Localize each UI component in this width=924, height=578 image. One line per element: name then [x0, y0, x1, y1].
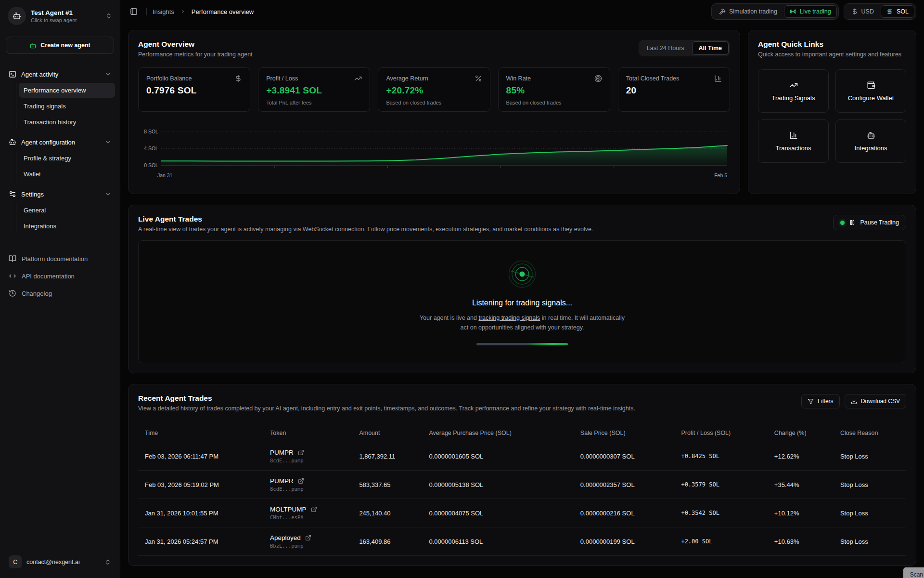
- cell-time: Jan 31, 2026 05:24:57 PM: [138, 527, 266, 556]
- listening-title: Listening for trading signals...: [472, 299, 572, 307]
- token-address: 8cdE...pump: [270, 486, 351, 492]
- sidebar-item-performance-overview[interactable]: Performance overview: [19, 83, 115, 98]
- listening-area: Listening for trading signals... Your ag…: [138, 240, 906, 363]
- token-address: BbzL...pump: [270, 543, 351, 549]
- pause-trading-button[interactable]: Pause Trading: [833, 215, 906, 230]
- cell-token: Apeployed BbzL...pump: [266, 527, 355, 556]
- book-icon: [9, 255, 16, 263]
- time-filter-all-time[interactable]: All Time: [692, 41, 729, 55]
- time-filter-last-24-hours[interactable]: Last 24 Hours: [640, 41, 691, 55]
- metric-cards: Portfolio Balance 0.7976 SOL Profit / Lo…: [138, 67, 730, 112]
- external-link-icon[interactable]: [298, 449, 304, 456]
- quick-link-transactions[interactable]: Transactions: [758, 119, 829, 163]
- hammer-icon: [719, 8, 726, 15]
- doc-link-platform-documentation[interactable]: Platform documentation: [5, 251, 115, 266]
- table-row[interactable]: Jan 31, 2026 10:01:55 PM MOLTPUMP CMbt..…: [138, 499, 906, 527]
- panel-left-icon: [130, 8, 138, 15]
- external-link-icon[interactable]: [298, 478, 304, 484]
- cell-sale-price: 0.0000000199 SOL: [577, 527, 678, 556]
- tracking-signals-link[interactable]: tracking trading signals: [478, 315, 540, 321]
- cell-change: +10.63%: [770, 527, 836, 556]
- dollar-icon: [851, 8, 858, 15]
- download-csv-button[interactable]: Download CSV: [845, 394, 906, 408]
- user-menu[interactable]: C contact@nexgent.ai: [5, 552, 115, 571]
- column-header-sale-price-sol: Sale Price (SOL): [577, 424, 678, 442]
- agent-switcher[interactable]: Test Agent #1 Click to swap agent: [5, 5, 115, 27]
- doc-link-changelog[interactable]: Changelog: [5, 286, 115, 301]
- token-address: 8cdE...pump: [270, 458, 351, 463]
- sidebar-item-integrations[interactable]: Integrations: [19, 219, 115, 234]
- doc-link-api-documentation[interactable]: API documentation: [5, 268, 115, 284]
- table-header-row: TimeTokenAmountAverage Purchase Price (S…: [138, 424, 906, 442]
- cell-pnl: +0.3579 SOL: [677, 471, 770, 499]
- toggle-option-usd[interactable]: USD: [846, 5, 880, 18]
- external-link-icon[interactable]: [311, 506, 317, 512]
- doc-links: Platform documentation API documentation…: [5, 251, 115, 301]
- toggle-option-sol[interactable]: SOL: [881, 5, 914, 18]
- sidebar-toggle-button[interactable]: [127, 5, 141, 18]
- metric-card-portfolio-balance: Portfolio Balance 0.7976 SOL: [138, 67, 250, 112]
- filters-button[interactable]: Filters: [801, 394, 840, 408]
- metric-card-profit-loss: Profit / Loss +3.8941 SOL Total PnL afte…: [258, 67, 370, 112]
- external-link-icon[interactable]: [305, 535, 311, 541]
- cell-avg-price: 0.0000006113 SOL: [425, 527, 576, 556]
- cell-close-reason: Stop Loss: [836, 471, 906, 499]
- chevrons-up-down-icon: [105, 13, 112, 19]
- portfolio-chart: 0 SOL4 SOL8 SOLJan 31Feb 5: [138, 121, 730, 184]
- cell-amount: 245,140.40: [355, 499, 425, 527]
- sidebar: Test Agent #1 Click to swap agent Create…: [0, 0, 120, 578]
- sidebar-item-profile-strategy[interactable]: Profile & strategy: [19, 151, 115, 166]
- sidebar-section-agent-activity[interactable]: Agent activity: [5, 66, 115, 82]
- trend-up-icon: [354, 75, 362, 82]
- quick-link-integrations[interactable]: Integrations: [835, 119, 906, 163]
- code-icon: [9, 272, 16, 280]
- metric-value: 20: [626, 85, 722, 96]
- create-new-agent-button[interactable]: Create new agent: [6, 37, 114, 54]
- toggle-option-live-trading[interactable]: Live trading: [784, 5, 837, 18]
- sidebar-item-trading-signals[interactable]: Trading signals: [19, 99, 115, 114]
- cell-avg-price: 0.0000005138 SOL: [425, 471, 576, 499]
- agent-overview-panel: Agent Overview Performance metrics for y…: [128, 30, 740, 194]
- quick-link-configure-wallet[interactable]: Configure Wallet: [835, 69, 906, 113]
- dollar-icon: [234, 75, 242, 82]
- sidebar-item-general[interactable]: General: [19, 203, 115, 218]
- cell-pnl: +0.3542 SOL: [677, 499, 770, 527]
- cell-time: Feb 03, 2026 05:19:02 PM: [138, 471, 266, 499]
- svg-text:Feb 5: Feb 5: [714, 173, 727, 178]
- table-row[interactable]: Feb 03, 2026 05:19:02 PM PUMPR 8cdE...pu…: [138, 471, 906, 499]
- pause-icon: [849, 219, 856, 226]
- table-row[interactable]: Jan 31, 2026 05:24:57 PM Apeployed BbzL.…: [138, 527, 906, 556]
- cell-amount: 583,337.65: [355, 471, 425, 499]
- cell-close-reason: Stop Loss: [836, 442, 906, 471]
- chevrons-up-down-icon: [104, 559, 111, 565]
- cell-amount: 163,409.86: [355, 527, 425, 556]
- sidebar-item-transaction-history[interactable]: Transaction history: [19, 115, 115, 130]
- agent-name: Test Agent #1: [31, 9, 101, 16]
- toggle-option-simulation-trading[interactable]: Simulation trading: [713, 5, 783, 18]
- wallet-icon: [867, 81, 875, 90]
- funnel-icon: [808, 398, 814, 405]
- metric-value: 85%: [506, 85, 602, 96]
- divider: [146, 8, 147, 15]
- history-icon: [9, 289, 16, 297]
- table-row[interactable]: Feb 03, 2026 06:11:47 PM PUMPR 8cdE...pu…: [138, 442, 906, 471]
- cell-close-reason: Stop Loss: [836, 527, 906, 556]
- svg-text:0 SOL: 0 SOL: [144, 163, 158, 168]
- live-status-dot: [840, 221, 845, 225]
- sidebar-item-wallet[interactable]: Wallet: [19, 167, 115, 182]
- sidebar-section-agent-configuration[interactable]: Agent configuration: [5, 134, 115, 150]
- agent-avatar: [8, 7, 26, 25]
- metric-card-win-rate: Win Rate 85% Based on closed trades: [498, 67, 610, 112]
- robot-icon: [29, 42, 37, 49]
- terminal-icon: [9, 70, 16, 78]
- token-address: CMbt...esPA: [270, 514, 351, 520]
- agent-subtitle: Click to swap agent: [31, 17, 101, 23]
- breadcrumb-section[interactable]: Insights: [153, 8, 174, 15]
- quick-link-trading-signals[interactable]: Trading Signals: [758, 69, 829, 113]
- trading-mode-toggle: Simulation trading Live trading: [711, 3, 839, 20]
- bar-chart-icon: [714, 75, 722, 82]
- cell-sale-price: 0.0000000216 SOL: [577, 499, 678, 527]
- radar-icon: [506, 258, 538, 290]
- sidebar-section-settings[interactable]: Settings: [5, 186, 115, 202]
- download-icon: [851, 398, 857, 405]
